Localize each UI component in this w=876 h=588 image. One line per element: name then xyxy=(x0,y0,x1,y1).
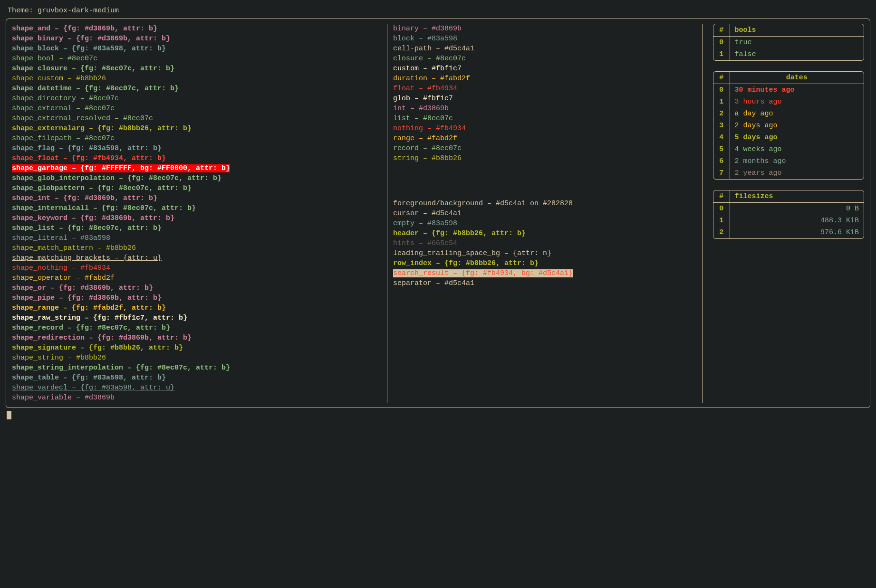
theme-entry: closure – #8ec07c xyxy=(393,54,696,64)
row-value: 2 years ago xyxy=(730,167,864,179)
theme-name: gruvbox-dark-medium xyxy=(38,7,119,15)
theme-entry: shape_literal – #83a598 xyxy=(12,233,381,243)
theme-entry: separator – #d5c4a1 xyxy=(393,278,696,288)
theme-entry: custom – #fbf1c7 xyxy=(393,64,696,74)
theme-entry-text: shape_flag – {fg: #83a598, attr: b} xyxy=(12,144,162,152)
theme-entry: foreground/background – #d5c4a1 on #2828… xyxy=(393,199,696,209)
theme-entry: list – #8ec07c xyxy=(393,114,696,123)
table-row: 030 minutes ago xyxy=(713,84,864,96)
theme-entry: shape_block – {fg: #83a598, attr: b} xyxy=(12,44,381,54)
theme-entry: hints – #665c54 xyxy=(393,238,696,248)
theme-title: Theme: gruvbox-dark-medium xyxy=(8,6,867,16)
theme-entry-text: shape_binary – {fg: #d3869b, attr: b} xyxy=(12,35,170,43)
row-value: 976.6 KiB xyxy=(730,227,864,238)
theme-entry: shape_redirection – {fg: #d3869b, attr: … xyxy=(12,333,381,343)
theme-entry: shape_external_resolved – #8ec07c xyxy=(12,114,381,123)
row-index: 2 xyxy=(713,227,730,238)
table-row: 13 hours ago xyxy=(713,96,864,108)
theme-entry-text: glob – #fbf1c7 xyxy=(393,95,453,103)
table-row: 54 weeks ago xyxy=(713,143,864,155)
table-header-idx: # xyxy=(713,24,730,37)
table-row: 45 days ago xyxy=(713,132,864,143)
table-header-idx: # xyxy=(713,72,730,84)
theme-entry-text: shape_globpattern – {fg: #8ec07c, attr: … xyxy=(12,184,192,192)
theme-entry: shape_internalcall – {fg: #8ec07c, attr:… xyxy=(12,203,381,213)
theme-entry-text: shape_externalarg – {fg: #b8bb26, attr: … xyxy=(12,124,192,133)
theme-entry: int – #d3869b xyxy=(393,104,696,114)
theme-entry-text: shape_record – {fg: #8ec07c, attr: b} xyxy=(12,324,170,332)
theme-entry-text: shape_keyword – {fg: #d3869b, attr: b} xyxy=(12,214,174,222)
theme-entry-text: shape_directory – #8ec07c xyxy=(12,95,119,103)
theme-entry-text: string – #b8bb26 xyxy=(393,154,462,162)
row-index: 3 xyxy=(713,120,730,132)
theme-entry: shape_closure – {fg: #8ec07c, attr: b} xyxy=(12,64,381,74)
table-header-val: bools xyxy=(730,24,864,37)
theme-entry: leading_trailing_space_bg – {attr: n} xyxy=(393,248,696,258)
theme-entry: shape_datetime – {fg: #8ec07c, attr: b} xyxy=(12,84,381,94)
theme-entry-text: nothing – #fb4934 xyxy=(393,124,466,133)
row-value: a day ago xyxy=(730,108,864,120)
theme-entry-text: shape_table – {fg: #83a598, attr: b} xyxy=(12,374,166,382)
theme-entry: shape_match_pattern – #b8bb26 xyxy=(12,243,381,253)
theme-entry: shape_externalarg – {fg: #b8bb26, attr: … xyxy=(12,123,381,133)
theme-entry: shape_external – #8ec07c xyxy=(12,104,381,114)
table-row: 62 months ago xyxy=(713,155,864,167)
theme-entry: shape_vardecl – {fg: #83a598, attr: u} xyxy=(12,383,381,393)
theme-entry-text: shape_literal – #83a598 xyxy=(12,234,110,242)
row-value: 5 days ago xyxy=(730,132,864,143)
theme-entry: shape_flag – {fg: #83a598, attr: b} xyxy=(12,143,381,153)
theme-entry: duration – #fabd2f xyxy=(393,74,696,84)
theme-entry: range – #fabd2f xyxy=(393,133,696,143)
theme-entry: shape_and – {fg: #d3869b, attr: b} xyxy=(12,24,381,34)
theme-entry: glob – #fbf1c7 xyxy=(393,94,696,104)
theme-entry-text: shape_custom – #b8bb26 xyxy=(12,75,106,83)
theme-entry-text: shape_float – {fg: #fb4934, attr: b} xyxy=(12,154,166,162)
theme-entry-text: empty – #83a598 xyxy=(393,219,457,228)
theme-entry-text: shape_filepath – #8ec07c xyxy=(12,134,115,142)
theme-entry: shape_nothing – #fb4934 xyxy=(12,263,381,273)
row-index: 0 xyxy=(713,84,730,96)
row-value: false xyxy=(730,48,864,60)
dates-table: # dates 030 minutes ago13 hours ago2a da… xyxy=(713,71,864,180)
theme-entry: empty – #83a598 xyxy=(393,218,696,228)
theme-entry: shape_string – #b8bb26 xyxy=(12,353,381,363)
theme-entry-text: shape_external – #8ec07c xyxy=(12,104,115,113)
theme-entry-text: shape_external_resolved – #8ec07c xyxy=(12,114,153,123)
theme-entry-text: custom – #fbf1c7 xyxy=(393,65,462,73)
shapes-column: shape_and – {fg: #d3869b, attr: b}shape_… xyxy=(12,24,387,403)
table-row: 00 B xyxy=(713,203,864,215)
row-value: 0 B xyxy=(730,203,864,215)
theme-entry-text: binary – #d3869b xyxy=(393,25,462,33)
table-row: 2a day ago xyxy=(713,108,864,120)
theme-entry: shape_pipe – {fg: #d3869b, attr: b} xyxy=(12,293,381,303)
row-index: 6 xyxy=(713,155,730,167)
theme-entry-text: shape_int – {fg: #d3869b, attr: b} xyxy=(12,194,157,202)
theme-entry: shape_keyword – {fg: #d3869b, attr: b} xyxy=(12,213,381,223)
table-row: 1488.3 KiB xyxy=(713,215,864,227)
theme-entry: block – #83a598 xyxy=(393,34,696,44)
row-index: 4 xyxy=(713,132,730,143)
row-value: 4 weeks ago xyxy=(730,143,864,155)
theme-entry: shape_record – {fg: #8ec07c, attr: b} xyxy=(12,323,381,333)
theme-entry-text: leading_trailing_space_bg – {attr: n} xyxy=(393,249,551,257)
theme-entry-text: shape_string_interpolation – {fg: #8ec07… xyxy=(12,364,230,372)
theme-entry: shape_custom – #b8bb26 xyxy=(12,74,381,84)
row-index: 1 xyxy=(713,215,730,227)
theme-entry-text: shape_nothing – #fb4934 xyxy=(12,264,110,272)
theme-entry-text: shape_internalcall – {fg: #8ec07c, attr:… xyxy=(12,204,196,212)
theme-entry-text: shape_variable – #d3869b xyxy=(12,394,115,402)
theme-entry: row_index – {fg: #b8bb26, attr: b} xyxy=(393,258,696,268)
theme-entry: shape_range – {fg: #fabd2f, attr: b} xyxy=(12,303,381,313)
table-row: 2976.6 KiB xyxy=(713,227,864,238)
row-value: 2 months ago xyxy=(730,155,864,167)
theme-entry-text: shape_closure – {fg: #8ec07c, attr: b} xyxy=(12,65,174,73)
theme-entry: shape_string_interpolation – {fg: #8ec07… xyxy=(12,363,381,373)
row-index: 7 xyxy=(713,167,730,179)
row-index: 1 xyxy=(713,48,730,60)
theme-entry: shape_float – {fg: #fb4934, attr: b} xyxy=(12,153,381,163)
theme-entry: search_result – {fg: #fb4934, bg: #d5c4a… xyxy=(393,268,696,278)
theme-entry-text: shape_list – {fg: #8ec07c, attr: b} xyxy=(12,224,162,232)
bools-table: # bools 0true1false xyxy=(713,24,864,61)
theme-entry-text: header – {fg: #b8bb26, attr: b} xyxy=(393,229,526,237)
row-value: 30 minutes ago xyxy=(730,84,864,96)
